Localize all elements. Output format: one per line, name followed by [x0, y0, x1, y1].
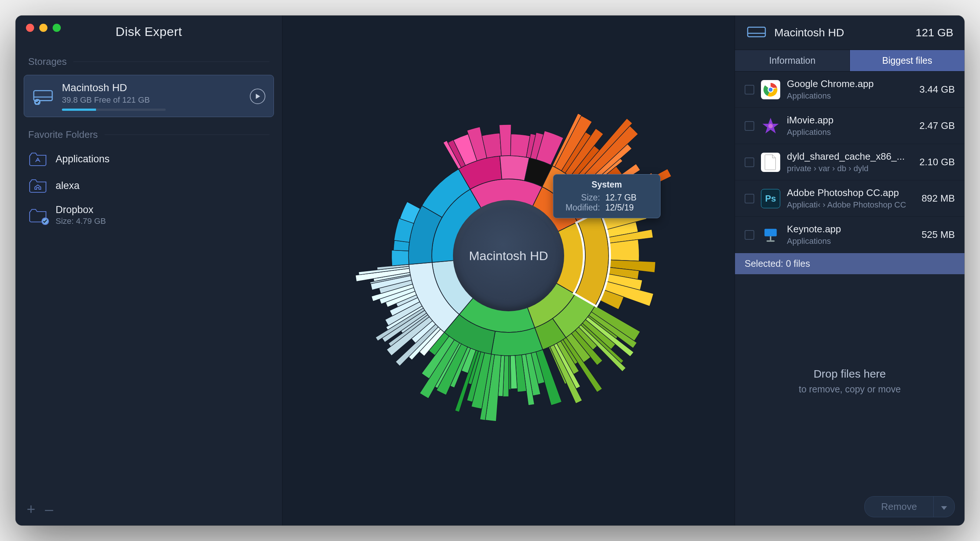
remove-button-label: Remove — [865, 496, 933, 517]
remove-button[interactable]: Remove — [864, 496, 955, 517]
svg-point-10 — [768, 124, 773, 128]
svg-rect-12 — [770, 236, 771, 240]
imovie-icon — [761, 116, 780, 135]
favorite-name: alexa — [56, 180, 80, 192]
sunburst-chart[interactable]: Macintosh HD System Size:12.7 GB Modifie… — [342, 89, 675, 422]
drop-zone[interactable]: Drop files here to remove, copy or move — [735, 274, 964, 488]
tab-information[interactable]: Information — [735, 50, 850, 72]
favorite-dropbox[interactable]: Dropbox Size: 4.79 GB — [16, 199, 282, 231]
scan-button[interactable] — [250, 89, 266, 104]
favorite-name: Dropbox — [56, 204, 106, 216]
file-checkbox[interactable] — [745, 158, 754, 167]
favorites-label-text: Favorite Folders — [28, 129, 98, 140]
keynote-icon — [761, 225, 780, 245]
favorite-alexa[interactable]: alexa — [16, 172, 282, 199]
fullscreen-window-button[interactable] — [52, 24, 61, 32]
applications-folder-icon — [28, 151, 48, 167]
file-row[interactable]: Ps Adobe Photoshop CC.appApplicati‹ › Ad… — [735, 180, 964, 217]
tooltip-title: System — [563, 180, 651, 190]
favorite-size: Size: 4.79 GB — [56, 216, 106, 226]
tab-biggest-files[interactable]: Biggest files — [850, 50, 964, 72]
sidebar-footer: + – — [16, 493, 282, 525]
remove-dropdown-toggle[interactable] — [933, 496, 955, 517]
close-window-button[interactable] — [26, 24, 34, 32]
svg-rect-13 — [767, 240, 775, 242]
remove-favorite-button[interactable]: – — [45, 502, 53, 517]
storage-item-macintosh-hd[interactable]: Macintosh HD 39.8 GB Free of 121 GB — [24, 75, 274, 117]
file-checkbox[interactable] — [745, 121, 754, 131]
home-folder-icon — [28, 178, 48, 194]
file-checkbox[interactable] — [745, 194, 754, 204]
dropbox-folder-icon — [28, 207, 48, 223]
file-row[interactable]: dyld_shared_cache_x86_...private › var ›… — [735, 144, 964, 180]
chrome-icon — [761, 80, 780, 99]
biggest-files-list: Google Chrome.appApplications 3.44 GB iM… — [735, 72, 964, 253]
favorite-name: Applications — [56, 153, 110, 165]
file-row[interactable]: Keynote.appApplications 525 MB — [735, 217, 964, 253]
right-panel-footer: Remove — [735, 488, 964, 525]
divider — [105, 135, 269, 135]
selected-count-bar: Selected: 0 files — [735, 253, 964, 274]
favorite-applications[interactable]: Applications — [16, 146, 282, 172]
disk-icon — [32, 88, 54, 105]
drop-zone-title: Drop files here — [814, 368, 886, 380]
right-panel: Macintosh HD 121 GB Information Biggest … — [735, 16, 964, 525]
svg-point-1 — [34, 99, 40, 105]
disk-icon — [746, 24, 767, 41]
favorites-section-label: Favorite Folders — [16, 125, 282, 146]
file-row[interactable]: Google Chrome.appApplications 3.44 GB — [735, 72, 964, 108]
file-checkbox[interactable] — [745, 85, 754, 94]
storage-name: Macintosh HD — [62, 82, 242, 94]
storages-section-label: Storages — [16, 52, 282, 73]
segment-tooltip: System Size:12.7 GB Modified:12/5/19 — [553, 174, 660, 218]
right-panel-tabs: Information Biggest files — [735, 50, 964, 72]
app-window: Disk Expert Storages Macintosh HD 39.8 G… — [16, 16, 964, 525]
sidebar: Disk Expert Storages Macintosh HD 39.8 G… — [16, 16, 282, 525]
svg-rect-11 — [765, 229, 777, 236]
chart-center-label[interactable]: Macintosh HD — [453, 200, 564, 311]
photoshop-icon: Ps — [761, 189, 780, 208]
minimize-window-button[interactable] — [39, 24, 48, 32]
right-panel-disk-size: 121 GB — [915, 26, 953, 39]
document-icon — [761, 153, 780, 172]
chart-area: Macintosh HD System Size:12.7 GB Modifie… — [282, 16, 735, 525]
add-favorite-button[interactable]: + — [27, 502, 35, 517]
divider — [73, 62, 269, 62]
storage-subtitle: 39.8 GB Free of 121 GB — [62, 95, 242, 105]
window-controls — [26, 24, 61, 32]
file-row[interactable]: iMovie.appApplications 2.47 GB — [735, 108, 964, 144]
storages-label-text: Storages — [28, 56, 67, 67]
drop-zone-subtitle: to remove, copy or move — [799, 384, 901, 395]
file-checkbox[interactable] — [745, 230, 754, 240]
storage-usage-bar — [62, 108, 166, 111]
right-panel-disk-name: Macintosh HD — [774, 26, 908, 39]
right-panel-header: Macintosh HD 121 GB — [735, 16, 964, 50]
